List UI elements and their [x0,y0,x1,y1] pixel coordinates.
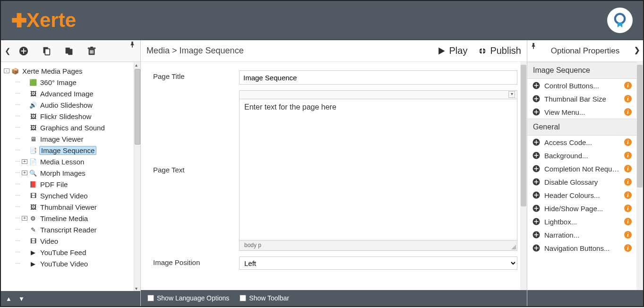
svg-rect-49 [534,248,539,248]
property-label: Thumbnail Bar Size [544,95,620,103]
info-icon[interactable]: i [624,152,632,159]
copy-button[interactable] [58,41,80,61]
property-item[interactable]: Disable Glossaryi [527,175,636,188]
info-icon[interactable]: i [624,82,632,89]
property-item[interactable]: Lightbox...i [527,215,636,228]
move-up-button[interactable]: ▲ [6,295,12,302]
page-text-editor[interactable]: Enter text for the page here [239,99,517,240]
info-icon[interactable]: i [624,178,632,186]
tree-item[interactable]: ⋯🖼Flickr Slideshow [4,111,133,122]
svg-rect-5 [45,49,50,55]
collapse-left-button[interactable]: ❮ [3,41,12,61]
info-icon[interactable]: i [624,218,632,225]
info-icon[interactable]: i [624,108,632,116]
info-icon[interactable]: i [624,231,632,239]
duplicate-button[interactable] [35,41,58,61]
add-property-icon [532,81,541,90]
property-item[interactable]: Narration...i [527,228,636,241]
property-item[interactable]: Access Code...i [527,136,636,149]
play-icon [437,46,446,56]
tree-item[interactable]: ⋯🖼Graphics and Sound [4,122,133,133]
properties-footer [527,290,643,306]
property-item[interactable]: Hide/Show Page...i [527,202,636,215]
expand-icon[interactable]: + [22,171,27,175]
tree-item[interactable]: ⋯+📄Media Lesson [4,156,133,167]
editor-path-bar: body p [239,240,517,251]
info-icon[interactable]: i [624,165,632,172]
property-item[interactable]: Navigation Buttons...i [527,241,636,255]
tree-item-label: Advanced Image [39,90,94,98]
add-property-icon [532,178,541,186]
tree-item[interactable]: ⋯🖼Advanced Image [4,88,133,99]
editor-toolbar[interactable] [239,90,517,99]
info-icon[interactable]: i [624,244,632,252]
tree-item[interactable]: ⋯🎞Video [4,235,133,247]
pin-left-button[interactable] [129,41,138,51]
tree-item[interactable]: ⋯🎞Synched Video [4,190,133,201]
tree-toolbar: ❮ [1,40,140,62]
scrollbar-thumb[interactable] [521,65,526,206]
publish-button[interactable]: Publish [478,45,521,56]
property-item[interactable]: Header Colours...i [527,188,636,202]
page-type-icon: 🖼 [29,203,37,211]
ribbon-icon [612,12,628,28]
property-item[interactable]: Completion Not Requiredi [527,162,636,175]
tree-item[interactable]: ⋯✎Transcript Reader [4,224,133,235]
properties-section-title: Image Sequence [527,62,636,79]
tree-item[interactable]: ⋯🖼Thumbnail Viewer [4,201,133,213]
properties-scrollbar[interactable] [636,62,643,290]
tree-root[interactable]: - 📦 Xerte Media Pages [4,65,133,77]
image-position-select[interactable]: Left [239,257,517,270]
expand-icon[interactable]: + [22,159,27,164]
collapse-icon[interactable]: - [4,68,9,73]
svg-rect-40 [534,208,539,209]
editor-header: Media > Image Sequence Play Publish [141,40,527,62]
tree-item[interactable]: ⋯📕PDF File [4,179,133,190]
page-title-input[interactable] [239,70,517,85]
property-label: Access Code... [544,138,620,146]
info-icon[interactable]: i [624,138,632,146]
tree-item[interactable]: ⋯▶YouTube Video [4,258,133,269]
property-item[interactable]: View Menu...i [527,105,636,119]
page-type-icon: 🎞 [29,192,37,199]
add-property-icon [532,108,541,116]
tree-item[interactable]: ⋯▶YouTube Feed [4,247,133,258]
tree-item[interactable]: ⋯🔊Audio Slideshow [4,99,133,111]
scrollbar-thumb[interactable] [135,69,140,145]
collapse-right-button[interactable]: ❯ [634,46,640,54]
tree-scrollbar[interactable] [134,62,140,291]
tree-item-label: Transcript Reader [39,226,98,234]
page-type-icon: ✎ [29,226,37,233]
page-type-icon: 📕 [29,180,37,188]
info-icon[interactable]: i [624,95,632,103]
property-item[interactable]: Thumbnail Bar Sizei [527,92,636,105]
property-label: Background... [544,152,620,160]
delete-button[interactable] [80,41,103,61]
properties-section-title: General [527,119,636,136]
add-button[interactable] [12,41,35,61]
show-language-checkbox[interactable]: Show Language Options [147,294,229,302]
top-bar: ✖ Xerte [0,0,644,40]
property-item[interactable]: Control Buttons...i [527,79,636,92]
play-button[interactable]: Play [437,45,467,56]
show-toolbar-checkbox[interactable]: Show Toolbar [240,294,289,302]
expand-icon[interactable]: + [22,216,27,221]
page-tree[interactable]: - 📦 Xerte Media Pages ⋯🟩360° Image⋯🖼Adva… [1,62,134,291]
tree-item[interactable]: ⋯🖥Image Viewer [4,133,133,145]
tree-item[interactable]: ⋯+🔍Morph Images [4,167,133,179]
pin-right-button[interactable] [530,42,537,51]
svg-rect-43 [534,221,539,222]
editor-scrollbar[interactable] [520,62,527,290]
page-type-icon: 🖼 [29,124,37,131]
info-icon[interactable]: i [624,191,632,199]
info-icon[interactable]: i [624,205,632,212]
property-item[interactable]: Background...i [527,149,636,162]
properties-panel: Optional Properties ❯ Image SequenceCont… [527,40,643,306]
tree-item[interactable]: ⋯+⚙Timeline Media [4,213,133,224]
resize-handle[interactable] [511,245,516,249]
tree-item[interactable]: ⋯🟩360° Image [4,77,133,88]
tree-item[interactable]: ⋯📑Image Sequence [4,145,133,156]
scrollbar-thumb[interactable] [637,65,643,188]
tree-item-label: Thumbnail Viewer [39,203,98,211]
move-down-button[interactable]: ▼ [18,295,25,302]
